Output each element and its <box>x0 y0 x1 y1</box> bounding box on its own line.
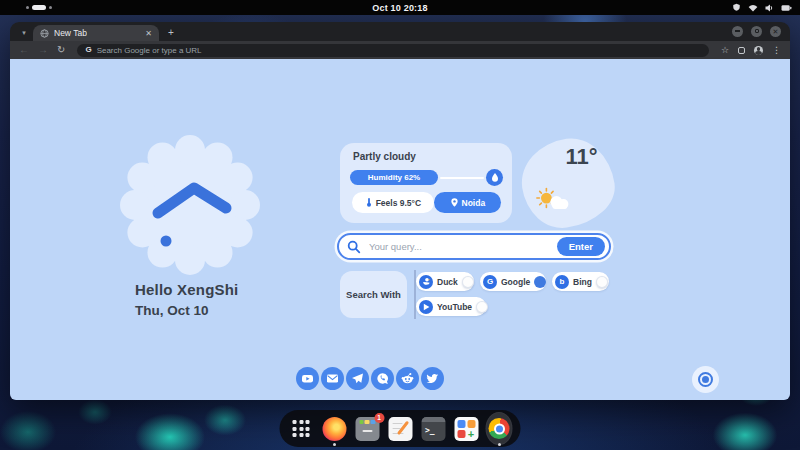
menu-dots-icon[interactable]: ⋮ <box>772 46 781 55</box>
startpage: Hello XengShi Thu, Oct 10 Partly cloudy … <box>10 59 790 400</box>
feels-like-pill: Feels 9.5°C <box>352 192 434 213</box>
close-button[interactable]: ✕ <box>770 26 781 37</box>
email-link-icon[interactable] <box>321 367 344 390</box>
temperature-blob: 11° <box>516 133 619 233</box>
system-status-area[interactable] <box>732 0 792 15</box>
enter-button[interactable]: Enter <box>557 237 605 256</box>
volume-icon <box>765 4 774 12</box>
whatsapp-link-icon[interactable] <box>371 367 394 390</box>
location-pin-icon <box>450 197 459 208</box>
new-tab-button[interactable]: + <box>164 25 178 39</box>
url-bar[interactable]: G Search Google or type a URL <box>77 44 709 57</box>
top-bar: Oct 10 20:18 <box>0 0 800 15</box>
bookmark-star-icon[interactable]: ☆ <box>721 46 729 55</box>
reddit-link-icon[interactable] <box>396 367 419 390</box>
dock-terminal-button[interactable]: >_ <box>421 416 446 441</box>
weather-card: Partly cloudy Humidity 62% Feels 9.5°C <box>340 143 512 223</box>
search-bar[interactable]: Enter <box>337 233 611 260</box>
wifi-icon <box>748 4 758 12</box>
dock-text-editor-button[interactable] <box>388 416 413 441</box>
profile-avatar[interactable] <box>754 46 763 55</box>
weather-condition: Partly cloudy <box>353 151 416 162</box>
sun-cloud-icon <box>535 187 573 215</box>
humidity-pill: Humidity 62% <box>350 170 438 185</box>
engine-toggle-bing[interactable]: b Bing <box>552 272 609 291</box>
desktop: Oct 10 20:18 ▾ New Tab ✕ + ✕ ← → <box>0 0 800 450</box>
clock[interactable]: Oct 10 20:18 <box>372 3 427 13</box>
engine-radio[interactable] <box>462 276 474 288</box>
dock-firefox-button[interactable] <box>322 416 347 441</box>
shield-icon <box>732 3 741 12</box>
tab-title: New Tab <box>54 28 87 38</box>
search-input[interactable] <box>367 240 551 253</box>
youtube-icon <box>419 300 433 314</box>
telegram-link-icon[interactable] <box>346 367 369 390</box>
thermometer-icon <box>365 197 373 208</box>
window-controls: ✕ <box>732 26 781 37</box>
engine-toggle-duck[interactable]: Duck <box>416 272 474 291</box>
youtube-link-icon[interactable] <box>296 367 319 390</box>
weather-bottom-row: Feels 9.5°C Noida <box>352 192 501 213</box>
file-box-icon: 1 <box>355 417 379 441</box>
duck-icon <box>419 275 433 289</box>
firefox-icon <box>322 417 346 441</box>
humidity-droplet-icon <box>486 169 503 186</box>
google-g-icon: G <box>85 46 91 54</box>
humidity-track <box>440 177 484 179</box>
browser-tab[interactable]: New Tab ✕ <box>33 25 159 41</box>
dock-chrome-button[interactable] <box>487 416 512 441</box>
chrome-icon <box>489 418 510 439</box>
terminal-icon: >_ <box>421 417 445 441</box>
tab-close-icon[interactable]: ✕ <box>145 29 152 38</box>
page-settings-button[interactable] <box>692 366 719 393</box>
analog-clock-widget <box>118 133 262 277</box>
temperature-value: 11° <box>565 144 597 170</box>
tab-favicon-globe-icon <box>40 29 49 38</box>
engine-toggle-google[interactable]: G Google <box>480 272 546 291</box>
engine-radio[interactable] <box>596 276 608 288</box>
google-icon: G <box>483 275 497 289</box>
bing-icon: b <box>555 275 569 289</box>
browser-toolbar: ← → ↻ G Search Google or type a URL ☆ ⋮ <box>10 41 790 59</box>
location-text: Noida <box>462 198 486 208</box>
extensions-icon[interactable] <box>738 47 745 54</box>
dock: 1 >_ + <box>280 410 521 447</box>
workspace-indicator[interactable] <box>26 5 52 10</box>
dock-file-box-button[interactable]: 1 <box>355 416 380 441</box>
dock-app-store-button[interactable]: + <box>454 416 479 441</box>
search-with-divider <box>414 270 416 319</box>
maximize-button[interactable] <box>751 26 762 37</box>
greeting-text: Hello XengShi <box>135 281 238 298</box>
back-icon[interactable]: ← <box>19 45 29 55</box>
tab-strip: ▾ New Tab ✕ + ✕ <box>10 22 790 41</box>
forward-icon[interactable]: → <box>38 45 48 55</box>
reload-icon[interactable]: ↻ <box>57 45 65 55</box>
text-editor-icon <box>388 417 412 441</box>
chrome-focus-ring <box>487 413 512 444</box>
engine-radio[interactable] <box>534 276 546 288</box>
engine-radio[interactable] <box>476 301 488 313</box>
social-links-row <box>296 367 444 390</box>
workspace-dot <box>26 6 29 9</box>
clock-seconds-dot <box>161 236 172 247</box>
app-store-icon: + <box>454 417 478 441</box>
notification-badge: 1 <box>374 413 384 423</box>
search-icon <box>347 240 361 254</box>
twitter-link-icon[interactable] <box>421 367 444 390</box>
humidity-row: Humidity 62% <box>350 169 503 186</box>
engine-toggle-youtube[interactable]: YouTube <box>416 297 486 316</box>
minimize-button[interactable] <box>732 26 743 37</box>
search-with-label-card: Search With <box>340 271 407 318</box>
app-grid-icon <box>292 420 309 437</box>
tab-search-button[interactable]: ▾ <box>17 26 31 39</box>
target-ring-icon <box>698 372 713 387</box>
browser-window: ▾ New Tab ✕ + ✕ ← → ↻ G Search Google or… <box>10 22 790 400</box>
workspace-dot <box>49 6 52 9</box>
battery-icon <box>781 4 792 12</box>
active-workspace-pill <box>32 5 46 10</box>
url-placeholder-text: Search Google or type a URL <box>97 46 202 55</box>
location-button[interactable]: Noida <box>434 192 501 213</box>
dock-app-grid-button[interactable] <box>289 416 314 441</box>
date-text: Thu, Oct 10 <box>135 303 209 318</box>
feels-like-text: Feels 9.5°C <box>376 198 421 208</box>
